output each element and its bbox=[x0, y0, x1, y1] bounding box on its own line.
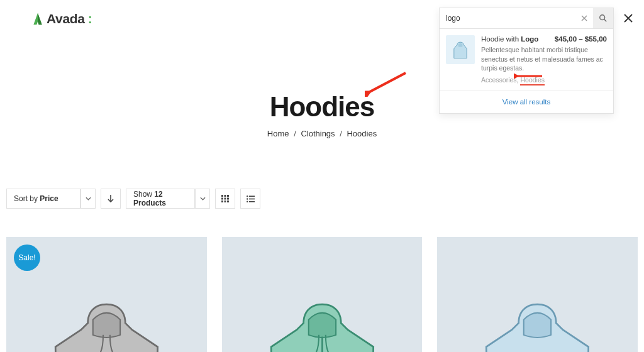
sale-badge: Sale! bbox=[14, 245, 40, 271]
product-grid: Sale! bbox=[0, 237, 644, 352]
result-category[interactable]: Accessories bbox=[481, 76, 517, 84]
close-icon bbox=[624, 14, 633, 23]
search-close-button[interactable] bbox=[624, 14, 633, 25]
show-count-select[interactable]: Show 12 Products bbox=[126, 189, 195, 209]
list-icon bbox=[247, 195, 255, 202]
svg-rect-16 bbox=[225, 201, 226, 202]
svg-point-22 bbox=[247, 201, 248, 202]
breadcrumb-parent[interactable]: Clothings bbox=[301, 129, 335, 138]
hoodie-thumb-icon bbox=[450, 39, 471, 60]
svg-rect-17 bbox=[227, 201, 229, 202]
logo-colon: : bbox=[88, 11, 92, 26]
search-submit-button[interactable] bbox=[593, 8, 613, 28]
search-clear-button[interactable] bbox=[575, 8, 593, 28]
logo-mark-icon bbox=[31, 12, 44, 26]
result-body: Hoodie with Logo $45,00 – $55,00 Pellent… bbox=[481, 35, 607, 84]
svg-point-20 bbox=[247, 198, 248, 199]
shop-toolbar: Sort by Price Show 12 Products bbox=[0, 189, 644, 209]
search-dropdown: Hoodie with Logo $45,00 – $55,00 Pellent… bbox=[439, 8, 614, 114]
logo-text: Avada bbox=[47, 11, 85, 26]
chevron-down-icon bbox=[200, 197, 206, 201]
svg-rect-19 bbox=[249, 195, 255, 197]
sort-select[interactable]: Sort by Price bbox=[6, 189, 80, 209]
site-logo[interactable]: Avada: bbox=[31, 11, 92, 26]
result-category-link[interactable]: Hoodies bbox=[520, 76, 545, 85]
result-description: Pellentesque habitant morbi tristique se… bbox=[481, 45, 607, 73]
sort-direction-button[interactable] bbox=[101, 189, 121, 209]
product-card[interactable] bbox=[437, 237, 638, 352]
grid-view-button[interactable] bbox=[215, 189, 235, 209]
result-thumbnail bbox=[446, 35, 475, 64]
svg-line-5 bbox=[604, 19, 607, 22]
result-title: Hoodie with Logo bbox=[481, 35, 538, 43]
svg-point-4 bbox=[600, 15, 605, 20]
svg-rect-9 bbox=[221, 195, 223, 197]
svg-rect-11 bbox=[227, 195, 229, 197]
product-image bbox=[452, 287, 623, 352]
product-image bbox=[21, 287, 192, 352]
sort-select-chevron[interactable] bbox=[80, 189, 96, 209]
product-card[interactable] bbox=[222, 237, 423, 352]
clear-icon bbox=[581, 15, 587, 21]
breadcrumb-home[interactable]: Home bbox=[267, 129, 289, 138]
result-categories: Accessories, Hoodies bbox=[481, 76, 607, 84]
show-count-chevron[interactable] bbox=[195, 189, 210, 209]
svg-rect-13 bbox=[225, 198, 226, 200]
svg-rect-21 bbox=[249, 198, 255, 199]
result-price: $45,00 – $55,00 bbox=[555, 35, 607, 43]
svg-rect-12 bbox=[221, 198, 223, 200]
breadcrumb-current: Hoodies bbox=[347, 129, 377, 138]
svg-point-18 bbox=[247, 195, 248, 197]
svg-rect-15 bbox=[221, 201, 223, 202]
product-card[interactable]: Sale! bbox=[6, 237, 207, 352]
search-input-row bbox=[440, 8, 613, 29]
product-image bbox=[237, 287, 408, 352]
view-all-results-link[interactable]: View all results bbox=[440, 91, 613, 113]
chevron-down-icon bbox=[86, 197, 91, 201]
search-result-item[interactable]: Hoodie with Logo $45,00 – $55,00 Pellent… bbox=[440, 29, 613, 91]
svg-rect-10 bbox=[225, 195, 226, 197]
svg-rect-14 bbox=[227, 198, 229, 200]
breadcrumb: Home / Clothings / Hoodies bbox=[0, 129, 644, 138]
grid-icon bbox=[221, 195, 229, 202]
arrow-down-icon bbox=[107, 194, 114, 203]
search-input[interactable] bbox=[440, 8, 575, 28]
list-view-button[interactable] bbox=[240, 189, 260, 209]
svg-rect-23 bbox=[249, 201, 255, 202]
search-icon bbox=[599, 14, 608, 23]
